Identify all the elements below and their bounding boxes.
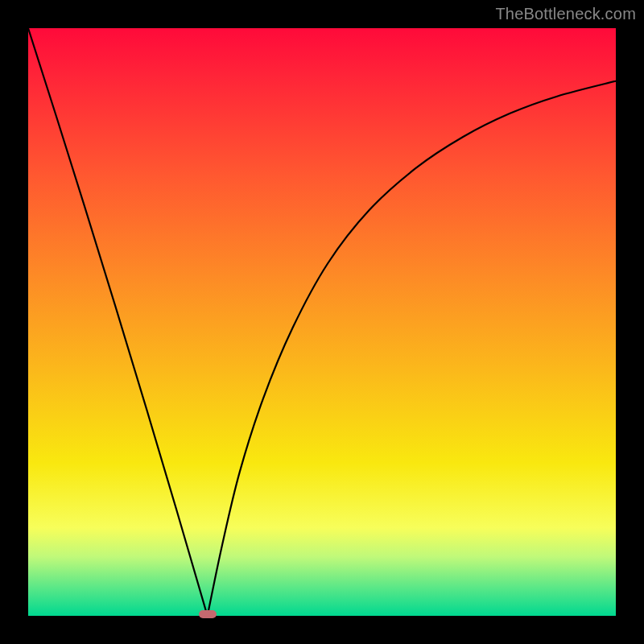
- watermark-text: TheBottleneck.com: [495, 5, 636, 23]
- bottleneck-curve: [28, 28, 616, 616]
- chart-frame: TheBottleneck.com: [0, 0, 644, 644]
- dip-marker: [199, 610, 217, 618]
- plot-area: [28, 28, 616, 616]
